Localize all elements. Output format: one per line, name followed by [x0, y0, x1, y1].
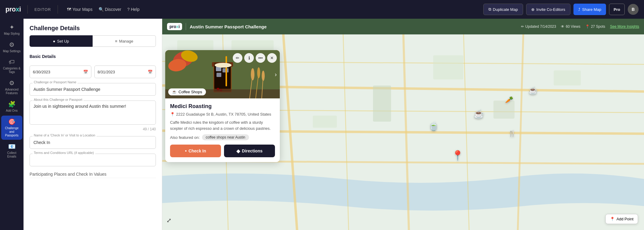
about-textarea[interactable]: Join us in sightseeing around Austin thi…	[30, 101, 156, 125]
checkin-name-input[interactable]	[30, 136, 156, 149]
sidebar-item-map-styling[interactable]: ✦ Map Styling	[1, 21, 22, 38]
sidebar-item-addons[interactable]: 🧩 Add Ons	[1, 98, 22, 115]
sidebar-item-categories[interactable]: 🏷 Categories & Tags	[1, 56, 22, 76]
sidebar: ✦ Map Styling ⚙ Map Settings 🏷 Categorie…	[0, 19, 24, 230]
pencil-icon: ✏	[521, 24, 524, 29]
popup-image-tools: ✏ ℹ ••• ✕	[233, 53, 277, 63]
terms-field: Terms and Conditions URL (if applicable)	[30, 154, 156, 166]
pro-button[interactable]: Pro	[609, 4, 625, 15]
panel-body: Basic Details 6/30/2023 📅 8/31/2023 📅 Ch…	[24, 50, 162, 184]
nav-your-maps[interactable]: 🗺 Your Maps	[67, 7, 92, 12]
tab-setup[interactable]: ● Set Up	[30, 35, 93, 47]
map-background: ✏ ℹ ••• ✕ › ☕ Coffee Shops Medici Roasti…	[162, 34, 644, 230]
top-navigation: proxi EDITOR 🗺 Your Maps 🔍 Discover ? He…	[0, 0, 644, 19]
gear-icon: ⚙	[9, 79, 14, 87]
map-logo: proxi	[167, 23, 182, 30]
terms-label: Terms and Conditions URL (if applicable)	[33, 151, 95, 155]
also-featured: Also featured on: coffee shops near Aust…	[170, 134, 275, 140]
left-panel: Challenge Details ● Set Up ≡ Manage Basi…	[24, 19, 162, 230]
map-spots: 📍 27 Spots	[585, 24, 605, 29]
nav-discover[interactable]: 🔍 Discover	[99, 7, 121, 12]
map-pin-2[interactable]: ☕	[474, 109, 484, 119]
challenge-name-input[interactable]	[30, 83, 156, 96]
editor-label: EDITOR	[34, 7, 51, 12]
calendar-icon-end: 📅	[148, 70, 153, 74]
puzzle-icon: 🧩	[8, 101, 16, 108]
panel-title: Challenge Details	[30, 25, 156, 32]
map-pin-1[interactable]: 🍵	[428, 121, 439, 131]
checkin-name-field: Name of a 'Check In' or Visit to a Locat…	[30, 136, 156, 149]
edit-image-button[interactable]: ✏	[233, 53, 242, 63]
also-tag[interactable]: coffee shops near Austin	[202, 134, 249, 140]
share-icon: ⤴	[578, 7, 580, 12]
logo-text: proxi	[5, 5, 21, 13]
map-pin-knife[interactable]: 🍴	[508, 130, 516, 137]
add-point-icon: 📍	[610, 217, 615, 221]
basic-details-label: Basic Details	[30, 54, 156, 59]
sidebar-item-challenge[interactable]: 🎯 Challenge and Passports	[1, 116, 22, 140]
map-meta: ✏ Updated 7/14/2023 👁 60 Views 📍 27 Spot…	[521, 24, 639, 29]
svg-rect-15	[313, 116, 337, 128]
sidebar-item-advanced[interactable]: ⚙ Advanced Features	[1, 77, 22, 97]
close-popup-button[interactable]: ✕	[267, 53, 277, 63]
date-end-input[interactable]: 8/31/2023 📅	[94, 65, 156, 78]
popup-image: ✏ ℹ ••• ✕ › ☕ Coffee Shops	[165, 50, 280, 98]
challenge-name-field: Challenge or Passport Name	[30, 83, 156, 96]
participating-places-label: Participating Places and Check In Values	[30, 172, 156, 178]
svg-rect-31	[226, 56, 227, 86]
map-pin-carrot[interactable]: 🥕	[505, 96, 513, 104]
next-image-arrow[interactable]: ›	[275, 71, 277, 78]
sidebar-item-collect-emails[interactable]: 📧 Collect Emails	[1, 140, 22, 161]
eye-icon: 👁	[561, 24, 564, 29]
map-area: proxi Austin Summer Passport Challenge ✏…	[162, 19, 644, 230]
svg-point-37	[251, 68, 254, 80]
nav-help[interactable]: ? Help	[127, 7, 140, 12]
panel-header: Challenge Details ● Set Up ≡ Manage	[24, 19, 162, 50]
invite-coeditors-button[interactable]: ⊕ Invite Co-Editors	[526, 4, 570, 15]
date-start-input[interactable]: 6/30/2023 📅	[30, 65, 91, 78]
nav-right: ⧉ Duplicate Map ⊕ Invite Co-Editors ⤴ Sh…	[483, 4, 639, 15]
map-topbar: proxi Austin Summer Passport Challenge ✏…	[162, 19, 644, 34]
category-badge: ☕ Coffee Shops	[168, 88, 206, 95]
popup-card: ✏ ℹ ••• ✕ › ☕ Coffee Shops Medici Roasti…	[165, 50, 280, 162]
see-more-insights-link[interactable]: See More Insights	[610, 24, 639, 29]
avatar[interactable]: B	[628, 4, 639, 15]
main-layout: ✦ Map Styling ⚙ Map Settings 🏷 Categorie…	[0, 19, 644, 230]
svg-rect-30	[216, 73, 221, 77]
tag-icon: 🏷	[9, 59, 15, 65]
logo[interactable]: proxi	[5, 5, 21, 13]
nav-divider-2	[58, 5, 58, 14]
map-pin-coffeecup[interactable]: ☕	[529, 86, 538, 95]
info-button[interactable]: ℹ	[244, 53, 254, 63]
popup-body: Medici Roasting 📍 2222 Guadalupe St B, A…	[165, 98, 280, 162]
sidebar-item-map-settings[interactable]: ⚙ Map Settings	[1, 39, 22, 56]
checkin-square-icon: ▪	[185, 148, 187, 154]
svg-point-32	[215, 63, 232, 68]
date-row: 6/30/2023 📅 8/31/2023 📅	[30, 65, 156, 78]
directions-diamond-icon: ◆	[236, 148, 240, 154]
terms-input[interactable]	[30, 154, 156, 166]
svg-point-39	[257, 67, 260, 78]
zoom-expand-icon[interactable]: ⤢	[166, 217, 172, 224]
svg-rect-16	[373, 85, 391, 122]
tab-manage[interactable]: ≡ Manage	[93, 35, 156, 47]
map-views: 👁 60 Views	[561, 24, 580, 29]
challenge-icon: 🎯	[8, 118, 16, 125]
checkin-name-label: Name of a 'Check In' or Visit to a Locat…	[33, 133, 96, 137]
add-point-button[interactable]: 📍 Add Point	[605, 214, 638, 224]
calendar-icon: 📅	[83, 70, 88, 74]
svg-rect-17	[433, 55, 463, 79]
map-pin-location[interactable]: 📍	[452, 150, 464, 161]
tab-row: ● Set Up ≡ Manage	[30, 35, 156, 47]
checkin-button[interactable]: ▪ Check In	[170, 145, 221, 157]
about-field: About this Challenge or Passport Join us…	[30, 101, 156, 131]
setup-icon: ●	[53, 39, 55, 43]
place-name: Medici Roasting	[170, 103, 275, 110]
nav-divider	[27, 5, 28, 14]
share-map-button[interactable]: ⤴ Share Map	[573, 4, 606, 15]
invite-icon: ⊕	[531, 7, 535, 12]
more-options-button[interactable]: •••	[256, 53, 265, 63]
duplicate-map-button[interactable]: ⧉ Duplicate Map	[483, 4, 523, 15]
directions-button[interactable]: ◆ Directions	[224, 145, 275, 157]
coffee-icon: ☕	[172, 90, 177, 94]
